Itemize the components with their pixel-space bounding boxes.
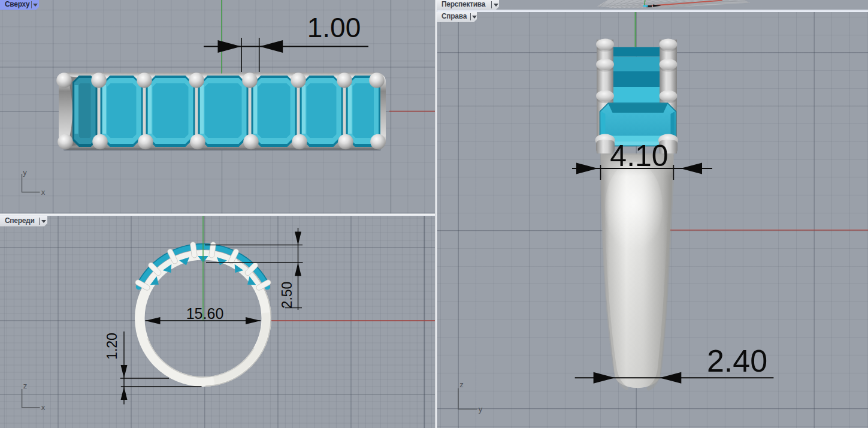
svg-text:1.00: 1.00 bbox=[307, 12, 361, 43]
svg-text:1.20: 1.20 bbox=[104, 333, 120, 360]
svg-text:15.60: 15.60 bbox=[186, 305, 224, 322]
svg-text:y: y bbox=[479, 405, 483, 414]
svg-text:z: z bbox=[459, 380, 464, 389]
svg-text:2.50: 2.50 bbox=[279, 282, 295, 309]
svg-text:x: x bbox=[41, 403, 46, 412]
svg-text:4.10: 4.10 bbox=[610, 139, 668, 173]
svg-text:y: y bbox=[23, 168, 27, 177]
svg-text:z: z bbox=[23, 381, 28, 390]
svg-text:x: x bbox=[41, 188, 46, 197]
svg-text:2.40: 2.40 bbox=[707, 343, 767, 378]
